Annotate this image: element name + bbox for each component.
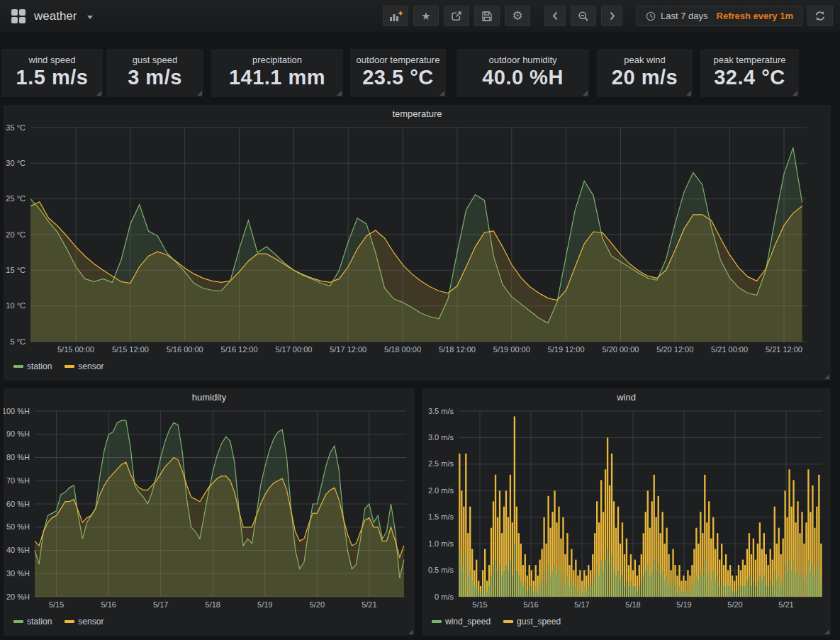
grafana-dashboard: weather ★ [0, 0, 840, 640]
svg-text:3.5 m/s: 3.5 m/s [428, 407, 454, 415]
refresh-button[interactable] [807, 6, 833, 26]
legend-item-station[interactable]: station [13, 361, 52, 371]
svg-text:5/17: 5/17 [153, 600, 168, 609]
legend-label: station [27, 617, 52, 627]
save-button[interactable] [474, 6, 500, 26]
stat-value: 40.0 %H [457, 66, 589, 89]
svg-text:2.0 m/s: 2.0 m/s [428, 486, 454, 495]
panel-resize-handle[interactable] [96, 91, 101, 96]
temperature-chart-canvas[interactable]: 35 °C30 °C25 °C20 °C15 °C10 °C5 °C5/15 0… [4, 122, 831, 360]
svg-text:5/20: 5/20 [310, 600, 325, 609]
panel-resize-handle[interactable] [583, 91, 588, 96]
back-button[interactable] [544, 6, 566, 26]
dashboard-title[interactable]: weather [34, 9, 77, 23]
stat-title: wind speed [1, 55, 103, 65]
forward-button[interactable] [601, 6, 622, 26]
legend-item-sensor[interactable]: sensor [65, 617, 103, 627]
svg-text:5/19: 5/19 [676, 600, 691, 609]
stat-value: 3 m/s [106, 66, 203, 89]
svg-text:5/15 12:00: 5/15 12:00 [112, 345, 149, 354]
svg-text:5/18 12:00: 5/18 12:00 [439, 345, 476, 354]
svg-text:5/15: 5/15 [472, 600, 487, 609]
time-range-button[interactable]: Last 7 days Refresh every 1m [637, 6, 802, 26]
legend-color-swatch [65, 365, 74, 368]
stat-title: peak temperature [700, 55, 799, 65]
chevron-left-icon [550, 11, 561, 21]
svg-text:0.5 m/s: 0.5 m/s [428, 566, 454, 574]
add-panel-icon [389, 11, 403, 22]
humidity-chart-canvas[interactable]: 100 %H90 %H80 %H70 %H60 %H50 %H40 %H30 %… [4, 405, 415, 615]
share-button[interactable] [444, 6, 469, 26]
svg-text:5/15 00:00: 5/15 00:00 [57, 345, 94, 354]
svg-text:5/16 00:00: 5/16 00:00 [167, 345, 203, 354]
svg-text:35 °C: 35 °C [6, 123, 26, 132]
legend-item-wind_speed[interactable]: wind_speed [432, 617, 491, 627]
stat-value: 1.5 m/s [1, 66, 103, 89]
svg-text:50 %H: 50 %H [6, 522, 30, 531]
stat-panel-outdoor-humidity[interactable]: outdoor humidity 40.0 %H [457, 49, 589, 97]
legend-item-gust_speed[interactable]: gust_speed [503, 617, 561, 627]
stat-panel-gust-speed[interactable]: gust speed 3 m/s [106, 49, 203, 97]
panel-title[interactable]: wind [422, 388, 831, 405]
panel-resize-handle[interactable] [439, 91, 444, 96]
svg-text:5/20 12:00: 5/20 12:00 [656, 345, 693, 354]
stat-panel-wind-speed[interactable]: wind speed 1.5 m/s [1, 49, 103, 97]
temperature-legend: stationsensor [13, 361, 831, 371]
legend-label: gust_speed [517, 617, 561, 627]
star-button[interactable]: ★ [413, 6, 439, 26]
stat-title: outdoor humidity [457, 55, 589, 65]
dashboard-menu[interactable]: weather [11, 9, 93, 24]
panel-resize-handle[interactable] [337, 91, 342, 96]
svg-text:5/19: 5/19 [257, 600, 272, 609]
svg-text:5/19 12:00: 5/19 12:00 [548, 345, 585, 354]
add-panel-button[interactable] [383, 6, 408, 26]
svg-text:100 %H: 100 %H [4, 407, 30, 415]
svg-text:5 °C: 5 °C [10, 337, 26, 346]
svg-text:30 °C: 30 °C [6, 159, 26, 167]
humidity-panel: humidity 100 %H90 %H80 %H70 %H60 %H50 %H… [4, 388, 415, 636]
zoom-out-button[interactable] [571, 6, 596, 26]
stat-value: 20 m/s [597, 66, 693, 89]
svg-text:5/21 12:00: 5/21 12:00 [766, 345, 802, 354]
svg-text:20 %H: 20 %H [6, 593, 30, 601]
chevron-down-icon [87, 16, 93, 19]
legend-label: sensor [78, 361, 103, 371]
svg-text:1.5 m/s: 1.5 m/s [428, 512, 454, 521]
panel-resize-handle[interactable] [793, 91, 797, 96]
panel-title[interactable]: temperature [4, 105, 831, 122]
panel-resize-handle[interactable] [408, 629, 413, 634]
stat-panel-outdoor-temperature[interactable]: outdoor temperature 23.5 °C [350, 49, 446, 97]
stat-panel-peak-wind[interactable]: peak wind 20 m/s [597, 49, 693, 97]
grid-logo-icon [11, 9, 26, 24]
legend-color-swatch [13, 365, 23, 368]
svg-text:10 °C: 10 °C [6, 301, 26, 310]
stat-value: 23.5 °C [350, 66, 446, 89]
share-icon [451, 11, 462, 22]
svg-text:5/16: 5/16 [523, 600, 538, 609]
svg-text:5/20: 5/20 [727, 600, 742, 609]
panel-title[interactable]: humidity [4, 388, 415, 405]
panel-resize-handle[interactable] [686, 91, 691, 96]
clock-icon [646, 11, 656, 21]
legend-item-station[interactable]: station [13, 617, 52, 627]
svg-text:15 °C: 15 °C [6, 266, 26, 274]
wind-chart-canvas[interactable]: 3.5 m/s3.0 m/s2.5 m/s2.0 m/s1.5 m/s1.0 m… [422, 405, 831, 615]
refresh-interval-label[interactable]: Refresh every 1m [717, 11, 793, 21]
stat-title: peak wind [597, 55, 693, 65]
stat-panel-peak-temperature[interactable]: peak temperature 32.4 °C [700, 49, 799, 97]
chevron-right-icon [607, 11, 617, 21]
svg-text:5/19 00:00: 5/19 00:00 [493, 345, 530, 354]
stat-panel-precipitation[interactable]: precipitation 141.1 mm [211, 49, 343, 97]
legend-item-sensor[interactable]: sensor [65, 361, 103, 371]
humidity-svg: 100 %H90 %H80 %H70 %H60 %H50 %H40 %H30 %… [4, 405, 415, 615]
legend-color-swatch [432, 620, 442, 623]
settings-button[interactable]: ⚙ [505, 6, 530, 26]
panel-resize-handle[interactable] [197, 91, 202, 96]
navbar: weather ★ [0, 0, 840, 32]
panel-resize-handle[interactable] [824, 629, 829, 634]
panel-resize-handle[interactable] [824, 374, 829, 379]
refresh-icon [814, 11, 826, 21]
stat-title: gust speed [106, 55, 203, 65]
wind-svg: 3.5 m/s3.0 m/s2.5 m/s2.0 m/s1.5 m/s1.0 m… [422, 405, 831, 615]
stat-value: 141.1 mm [211, 66, 343, 89]
